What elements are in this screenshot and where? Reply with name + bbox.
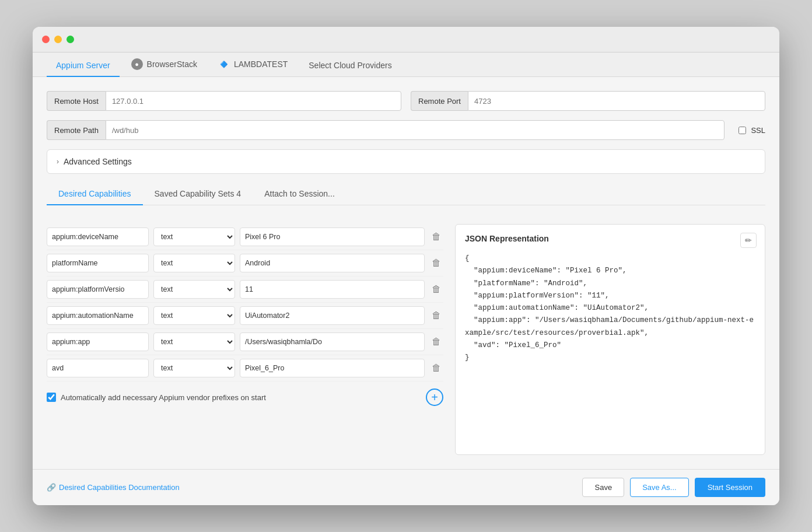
app-window: Appium Server ● BrowserStack 🔷 LAMBDATES…	[33, 27, 779, 505]
delete-cap-5[interactable]: 🗑	[429, 360, 443, 376]
caps-left: text boolean number 🗑 text boolean numbe…	[47, 224, 443, 455]
advanced-settings-header[interactable]: › Advanced Settings	[47, 150, 765, 173]
json-content: { "appium:deviceName": "Pixel 6 Pro", "p…	[465, 253, 755, 445]
delete-cap-0[interactable]: 🗑	[429, 229, 443, 244]
start-session-button[interactable]: Start Session	[695, 478, 765, 497]
top-tabs: Appium Server ● BrowserStack 🔷 LAMBDATES…	[33, 52, 779, 77]
cap-value-3[interactable]	[240, 306, 425, 325]
path-ssl-row: Remote Path SSL	[47, 120, 765, 140]
maximize-button[interactable]	[66, 36, 74, 43]
cap-value-5[interactable]	[240, 359, 425, 377]
cap-type-1[interactable]: text boolean number	[153, 254, 235, 272]
remote-path-label: Remote Path	[47, 120, 106, 140]
cap-value-0[interactable]	[240, 228, 425, 246]
subtab-attach-label: Attach to Session...	[264, 189, 335, 198]
subtab-desired[interactable]: Desired Capabilities	[47, 183, 143, 205]
auto-prefix-text: Automatically add necessary Appium vendo…	[61, 393, 266, 402]
subtab-saved-label: Saved Capability Sets 4	[155, 189, 242, 198]
cap-name-3[interactable]	[47, 306, 149, 325]
advanced-settings: › Advanced Settings	[47, 149, 765, 174]
cap-name-2[interactable]	[47, 280, 149, 299]
minimize-button[interactable]	[54, 36, 62, 43]
main-content: Remote Host Remote Port Remote Path SSL …	[33, 77, 779, 469]
cap-type-3[interactable]: text boolean number	[153, 306, 235, 325]
tab-appium-server-label: Appium Server	[56, 61, 110, 70]
cap-type-5[interactable]: text boolean number	[153, 359, 235, 377]
link-icon: 🔗	[47, 483, 56, 492]
delete-cap-2[interactable]: 🗑	[429, 282, 443, 297]
chevron-right-icon: ›	[57, 158, 59, 166]
ssl-checkbox[interactable]	[738, 127, 746, 134]
table-row: text boolean number 🗑	[47, 276, 443, 303]
remote-port-label: Remote Port	[411, 91, 468, 111]
docs-link[interactable]: 🔗 Desired Capabilities Documentation	[47, 483, 180, 492]
traffic-lights	[42, 36, 74, 43]
caps-actions: Automatically add necessary Appium vendo…	[47, 382, 443, 406]
delete-cap-3[interactable]: 🗑	[429, 308, 443, 323]
cap-name-4[interactable]	[47, 332, 149, 351]
save-button[interactable]: Save	[582, 478, 624, 497]
cap-name-1[interactable]	[47, 254, 149, 272]
remote-port-group: Remote Port	[411, 91, 765, 111]
json-edit-button[interactable]: ✏	[740, 233, 757, 248]
subtab-desired-label: Desired Capabilities	[58, 189, 131, 198]
ssl-group: SSL	[738, 126, 765, 135]
tab-lambdatest-label: LAMBDATEST	[234, 60, 288, 69]
subtab-attach[interactable]: Attach to Session...	[253, 183, 346, 205]
auto-prefix-checkbox[interactable]	[47, 393, 56, 402]
json-panel: JSON Representation ✏ { "appium:deviceNa…	[455, 224, 765, 455]
bottom-actions: Save Save As... Start Session	[582, 478, 765, 497]
remote-host-input[interactable]	[106, 91, 401, 111]
tab-cloud-providers[interactable]: Select Cloud Providers	[299, 55, 401, 77]
table-row: text boolean number 🗑	[47, 329, 443, 355]
cap-value-4[interactable]	[240, 332, 425, 351]
table-row: text boolean number 🗑	[47, 250, 443, 276]
tab-cloud-label: Select Cloud Providers	[309, 61, 391, 70]
bottom-bar: 🔗 Desired Capabilities Documentation Sav…	[33, 469, 779, 505]
delete-cap-4[interactable]: 🗑	[429, 334, 443, 349]
tab-browserstack-label: BrowserStack	[147, 60, 197, 69]
delete-cap-1[interactable]: 🗑	[429, 256, 443, 271]
host-port-row: Remote Host Remote Port	[47, 91, 765, 111]
advanced-settings-label: Advanced Settings	[64, 157, 132, 166]
cap-type-0[interactable]: text boolean number	[153, 228, 235, 246]
remote-port-input[interactable]	[468, 91, 765, 111]
remote-host-group: Remote Host	[47, 91, 401, 111]
capabilities-area: text boolean number 🗑 text boolean numbe…	[47, 224, 765, 455]
json-panel-title: JSON Representation	[465, 234, 755, 243]
table-row: text boolean number 🗑	[47, 355, 443, 382]
remote-path-group: Remote Path	[47, 120, 724, 140]
lambdatest-icon: 🔷	[218, 58, 230, 70]
cap-type-4[interactable]: text boolean number	[153, 332, 235, 351]
tab-appium-server[interactable]: Appium Server	[47, 55, 120, 77]
add-capability-button[interactable]: +	[426, 388, 443, 406]
titlebar	[33, 27, 779, 52]
browserstack-icon: ●	[131, 58, 143, 70]
cap-value-2[interactable]	[240, 280, 425, 299]
tab-lambdatest[interactable]: 🔷 LAMBDATEST	[209, 52, 297, 77]
close-button[interactable]	[42, 36, 50, 43]
cap-value-1[interactable]	[240, 254, 425, 272]
save-as-button[interactable]: Save As...	[630, 478, 689, 497]
remote-host-label: Remote Host	[47, 91, 106, 111]
cap-type-2[interactable]: text boolean number	[153, 280, 235, 299]
docs-link-text: Desired Capabilities Documentation	[59, 483, 180, 492]
subtabs: Desired Capabilities Saved Capability Se…	[47, 183, 765, 205]
auto-prefix-label[interactable]: Automatically add necessary Appium vendo…	[47, 393, 266, 402]
table-row: text boolean number 🗑	[47, 224, 443, 250]
remote-path-input[interactable]	[106, 120, 725, 140]
subtab-saved[interactable]: Saved Capability Sets 4	[143, 183, 253, 205]
cap-name-0[interactable]	[47, 228, 149, 246]
table-row: text boolean number 🗑	[47, 303, 443, 329]
cap-name-5[interactable]	[47, 359, 149, 377]
ssl-label[interactable]: SSL	[751, 126, 765, 135]
tab-browserstack[interactable]: ● BrowserStack	[122, 52, 206, 77]
